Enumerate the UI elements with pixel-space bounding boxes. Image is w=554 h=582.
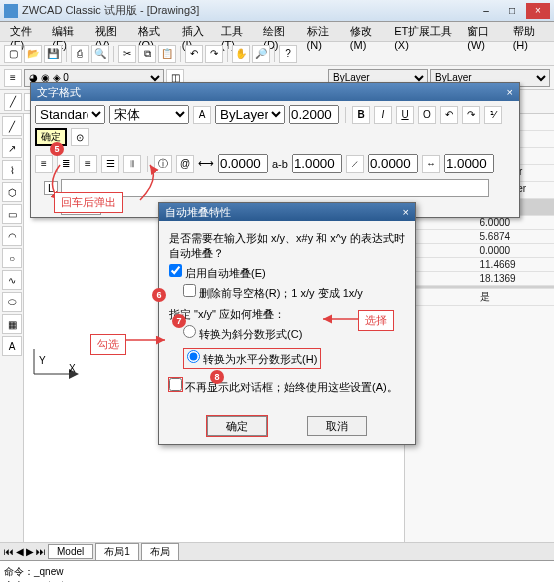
align-center-icon[interactable]: ≣	[57, 155, 75, 173]
tab-model[interactable]: Model	[48, 544, 93, 559]
close-icon[interactable]: ×	[403, 206, 409, 218]
menu-modify[interactable]: 修改(M)	[344, 22, 388, 41]
misc-label: a-b	[272, 158, 288, 170]
tab-nav-last[interactable]: ⏭	[36, 546, 46, 557]
command-panel[interactable]: 命令：_qnew 命令：_mtext 当前文字样式："Standard" 文字高…	[0, 560, 554, 582]
underline-button[interactable]: U	[396, 106, 414, 124]
options-icon[interactable]: ⊙	[71, 128, 89, 146]
insert-icon[interactable]: ⓘ	[154, 155, 172, 173]
tool-xline-icon[interactable]: ↗	[2, 138, 22, 158]
left-toolbar: ╱ ↗ ⌇ ⬡ ▭ ◠ ○ ∿ ⬭ ▦ A	[0, 114, 24, 542]
remove-space-checkbox[interactable]	[183, 284, 196, 297]
height-input[interactable]	[289, 105, 339, 124]
stack-icon[interactable]: ⅟	[484, 106, 502, 124]
marker-5: 5	[50, 142, 64, 156]
print-icon[interactable]: ⎙	[71, 45, 89, 63]
oblique-icon[interactable]: ⟋	[346, 155, 364, 173]
tool-ellipse-icon[interactable]: ⬭	[2, 292, 22, 312]
preview-icon[interactable]: 🔍	[91, 45, 109, 63]
tool-arc-icon[interactable]: ◠	[2, 226, 22, 246]
save-icon[interactable]: 💾	[44, 45, 62, 63]
distribute-icon[interactable]: ⫴	[123, 155, 141, 173]
tool-spline-icon[interactable]: ∿	[2, 270, 22, 290]
tool-line-icon[interactable]: ╱	[2, 116, 22, 136]
cancel-button[interactable]: 取消	[307, 416, 367, 436]
maximize-button[interactable]: □	[500, 3, 524, 19]
menu-dim[interactable]: 标注(N)	[301, 22, 344, 41]
menu-help[interactable]: 帮助(H)	[507, 22, 550, 41]
ruler[interactable]: L	[61, 179, 489, 197]
marker-7: 7	[172, 314, 186, 328]
spacing-input[interactable]	[292, 154, 342, 173]
anno-popup: 回车后弹出	[54, 192, 123, 213]
tab-nav-first[interactable]: ⏮	[4, 546, 14, 557]
justify-icon[interactable]: ☰	[101, 155, 119, 173]
tool-rect-icon[interactable]: ▭	[2, 204, 22, 224]
tracking-input[interactable]	[218, 154, 268, 173]
menubar: 文件(F) 编辑(E) 视图(V) 格式(O) 插入(I) 工具(T) 绘图(D…	[0, 22, 554, 42]
bold-button[interactable]: B	[352, 106, 370, 124]
menu-insert[interactable]: 插入(I)	[176, 22, 215, 41]
horizontal-radio[interactable]	[187, 350, 200, 363]
anno-select: 选择	[358, 310, 394, 331]
overline-button[interactable]: O	[418, 106, 436, 124]
tab-layout2[interactable]: 布局	[141, 543, 179, 561]
italic-button[interactable]: I	[374, 106, 392, 124]
dont-show-checkbox[interactable]	[169, 378, 182, 391]
cmd-line: 命令：_qnew	[4, 565, 550, 579]
menu-edit[interactable]: 编辑(E)	[46, 22, 89, 41]
menu-file[interactable]: 文件(F)	[4, 22, 46, 41]
menu-et[interactable]: ET扩展工具(X)	[388, 22, 461, 41]
tool-pline-icon[interactable]: ⌇	[2, 160, 22, 180]
cut-icon[interactable]: ✂	[118, 45, 136, 63]
marker-8: 8	[210, 370, 224, 384]
style-select[interactable]: Standard	[35, 105, 105, 124]
align-left-icon[interactable]: ≡	[35, 155, 53, 173]
ok-button[interactable]: 确定	[207, 416, 267, 436]
undo-icon[interactable]: ↶	[185, 45, 203, 63]
close-button[interactable]: ×	[526, 3, 550, 19]
menu-draw[interactable]: 绘图(D)	[257, 22, 300, 41]
app-icon	[4, 4, 18, 18]
tool-hatch-icon[interactable]: ▦	[2, 314, 22, 334]
close-icon[interactable]: ×	[507, 86, 513, 98]
menu-tools[interactable]: 工具(T)	[215, 22, 257, 41]
svg-text:X: X	[69, 363, 76, 374]
new-icon[interactable]: ▢	[4, 45, 22, 63]
tool-text-icon[interactable]: A	[2, 336, 22, 356]
tool-circle-icon[interactable]: ○	[2, 248, 22, 268]
open-icon[interactable]: 📂	[24, 45, 42, 63]
model-tabs: ⏮ ◀ ▶ ⏭ Model 布局1 布局	[0, 542, 554, 560]
line-icon[interactable]: ╱	[4, 93, 22, 111]
pan-icon[interactable]: ✋	[232, 45, 250, 63]
align-right-icon[interactable]: ≡	[79, 155, 97, 173]
redo2-icon[interactable]: ↷	[462, 106, 480, 124]
tab-nav-prev[interactable]: ◀	[16, 546, 24, 557]
tab-layout1[interactable]: 布局1	[95, 543, 139, 561]
menu-view[interactable]: 视图(V)	[89, 22, 132, 41]
font-icon[interactable]: A	[193, 106, 211, 124]
minimize-button[interactable]: –	[474, 3, 498, 19]
paste-icon[interactable]: 📋	[158, 45, 176, 63]
symbol-icon[interactable]: @	[176, 155, 194, 173]
redo-icon[interactable]: ↷	[205, 45, 223, 63]
colorsel[interactable]: ByLayer	[215, 105, 285, 124]
marker-6: 6	[152, 288, 166, 302]
copy-icon[interactable]: ⧉	[138, 45, 156, 63]
app-title: ZWCAD Classic 试用版 - [Drawing3]	[22, 3, 474, 18]
width-icon[interactable]: ↔	[422, 155, 440, 173]
layer-icon[interactable]: ≡	[4, 69, 22, 87]
diagonal-radio[interactable]	[183, 325, 196, 338]
misc-input[interactable]	[368, 154, 418, 173]
autostack-title: 自动堆叠特性	[165, 205, 231, 220]
tab-nav-next[interactable]: ▶	[26, 546, 34, 557]
menu-format[interactable]: 格式(O)	[132, 22, 176, 41]
help-icon[interactable]: ?	[279, 45, 297, 63]
zoom-icon[interactable]: 🔎	[252, 45, 270, 63]
undo2-icon[interactable]: ↶	[440, 106, 458, 124]
enable-autostack-checkbox[interactable]	[169, 264, 182, 277]
font-select[interactable]: 宋体	[109, 105, 189, 124]
menu-window[interactable]: 窗口(W)	[461, 22, 506, 41]
misc-input2[interactable]	[444, 154, 494, 173]
tool-polygon-icon[interactable]: ⬡	[2, 182, 22, 202]
